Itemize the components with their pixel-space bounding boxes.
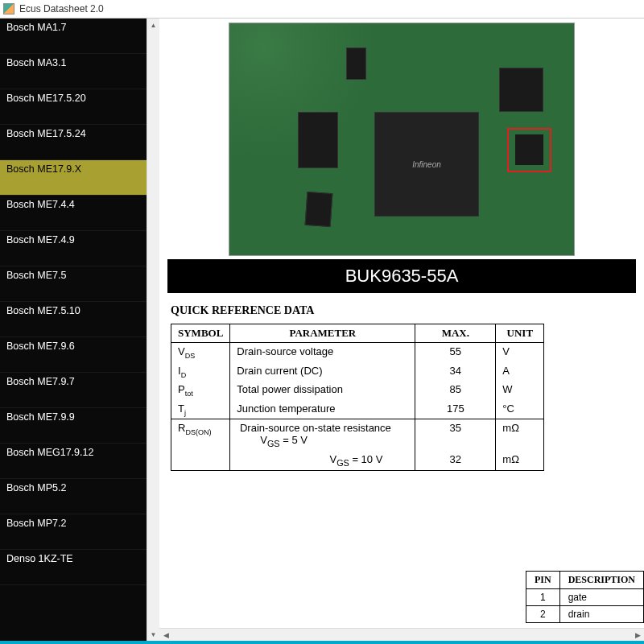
titlebar: Ecus Datasheet 2.0 bbox=[0, 0, 644, 18]
sidebar-item[interactable]: Bosch MA3.1 bbox=[0, 54, 147, 89]
table-row: VDSDrain-source voltage55V bbox=[171, 343, 544, 362]
sidebar-item-label: Bosch ME7.4.4 bbox=[6, 199, 75, 210]
sidebar-item-label: Bosch MP5.2 bbox=[6, 482, 66, 493]
bottom-accent-bar bbox=[0, 641, 644, 644]
th-pin: PIN bbox=[526, 572, 559, 589]
app-icon bbox=[3, 3, 14, 14]
sidebar-item-label: Bosch ME7.5.10 bbox=[6, 305, 80, 316]
sidebar-item[interactable]: Bosch ME7.9.6 bbox=[0, 337, 147, 373]
table-row: TjJunction temperature175°C bbox=[171, 400, 544, 419]
sidebar-item[interactable]: Bosch MP5.2 bbox=[0, 479, 147, 514]
sidebar: Bosch MA1.7Bosch MA3.1Bosch ME17.5.20Bos… bbox=[0, 19, 147, 641]
th-symbol: SYMBOL bbox=[171, 324, 230, 343]
sidebar-item[interactable]: Bosch ME7.4.4 bbox=[0, 196, 147, 231]
sidebar-item[interactable]: Bosch ME7.5.10 bbox=[0, 302, 147, 337]
th-description: DESCRIPTION bbox=[559, 572, 643, 589]
th-unit: UNIT bbox=[496, 324, 544, 343]
sidebar-item-label: Denso 1KZ-TE bbox=[6, 553, 73, 564]
sidebar-item-label: Bosch ME17.5.24 bbox=[6, 128, 86, 139]
pcb-board-image: Infineon bbox=[229, 23, 575, 256]
sidebar-item[interactable]: Bosch ME7.4.9 bbox=[0, 231, 147, 266]
sidebar-item-label: Bosch ME17.5.20 bbox=[6, 93, 86, 104]
pin-row: 2drain bbox=[526, 606, 643, 623]
sidebar-item[interactable]: Bosch ME17.9.X bbox=[0, 160, 147, 196]
horizontal-scrollbar[interactable]: ◀ ▶ bbox=[159, 628, 644, 641]
scroll-right-icon[interactable]: ▶ bbox=[631, 629, 644, 641]
content-pane: Infineon BUK9635-55A QUICK REFERENCE DAT… bbox=[159, 19, 644, 641]
sidebar-item-label: Bosch MA3.1 bbox=[6, 57, 66, 68]
sidebar-item[interactable]: Bosch ME7.9.9 bbox=[0, 408, 147, 444]
sidebar-item[interactable]: Bosch ME7.9.7 bbox=[0, 373, 147, 408]
sidebar-item[interactable]: Bosch ME17.5.20 bbox=[0, 89, 147, 125]
scroll-left-icon[interactable]: ◀ bbox=[159, 629, 172, 641]
quick-ref-heading: QUICK REFERENCE DATA bbox=[171, 304, 636, 317]
main-chip: Infineon bbox=[374, 112, 479, 217]
th-max: MAX. bbox=[415, 324, 496, 343]
sidebar-item-label: Bosch ME7.9.6 bbox=[6, 341, 75, 352]
sidebar-item-label: Bosch MEG17.9.12 bbox=[6, 447, 93, 458]
scroll-up-icon[interactable]: ▲ bbox=[147, 19, 159, 31]
sidebar-item-label: Bosch MP7.2 bbox=[6, 518, 66, 529]
sidebar-item[interactable]: Bosch MEG17.9.12 bbox=[0, 444, 147, 479]
sidebar-item-label: Bosch ME7.9.9 bbox=[6, 411, 75, 423]
sidebar-item-label: Bosch ME7.9.7 bbox=[6, 376, 75, 387]
sidebar-item[interactable]: Denso 1KZ-TE bbox=[0, 550, 147, 585]
table-row: IDDrain current (DC)34A bbox=[171, 362, 544, 382]
scroll-down-icon[interactable]: ▼ bbox=[147, 628, 159, 641]
th-parameter: PARAMETER bbox=[230, 324, 415, 343]
pin-row: 1gate bbox=[526, 589, 643, 606]
app-title: Ecus Datasheet 2.0 bbox=[19, 3, 104, 14]
sidebar-item-label: Bosch MA1.7 bbox=[6, 22, 66, 33]
part-number-title: BUK9635-55A bbox=[167, 259, 636, 293]
sidebar-item[interactable]: Bosch MA1.7 bbox=[0, 19, 147, 54]
component-highlight-box bbox=[507, 128, 551, 172]
sidebar-item-label: Bosch ME7.5 bbox=[6, 270, 66, 281]
sidebar-item[interactable]: Bosch MP7.2 bbox=[0, 514, 147, 550]
sidebar-item[interactable]: Bosch ME7.5 bbox=[0, 266, 147, 302]
sidebar-scrollbar[interactable]: ▲ ▼ bbox=[147, 19, 159, 641]
pin-description-table: PIN DESCRIPTION 1gate2drain bbox=[526, 571, 644, 623]
sidebar-item[interactable]: Bosch ME17.5.24 bbox=[0, 125, 147, 160]
table-row-rds: RDS(ON) Drain-source on-state resistance… bbox=[171, 419, 544, 451]
table-row: PtotTotal power dissipation85W bbox=[171, 381, 544, 400]
quick-reference-table: SYMBOL PARAMETER MAX. UNIT VDSDrain-sour… bbox=[171, 324, 544, 471]
sidebar-item-label: Bosch ME7.4.9 bbox=[6, 234, 75, 246]
sidebar-item-label: Bosch ME17.9.X bbox=[6, 163, 81, 175]
